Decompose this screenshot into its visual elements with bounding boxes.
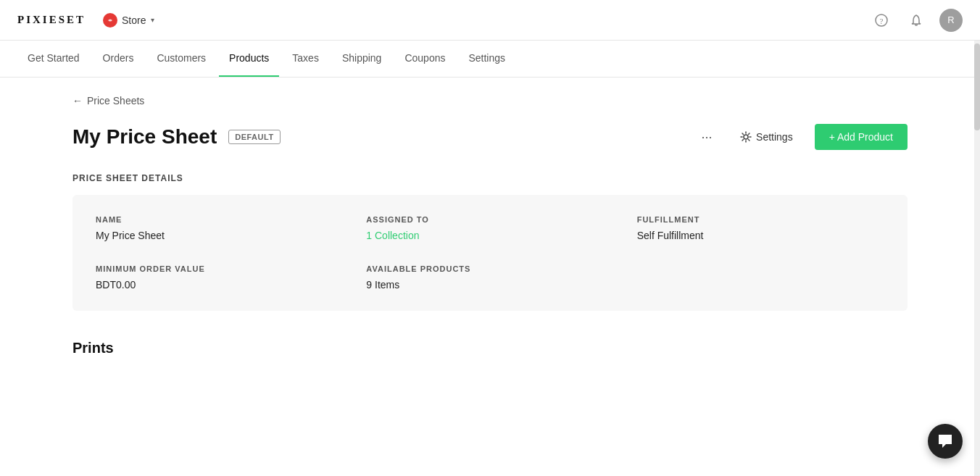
nav-item-products[interactable]: Products (219, 41, 279, 77)
page-header: My Price Sheet DEFAULT ··· Settings + Ad… (72, 124, 908, 150)
detail-min-order-value: BDT0.00 (96, 279, 343, 291)
help-button[interactable]: ? (870, 9, 893, 32)
details-grid-row2: MINIMUM ORDER VALUE BDT0.00 AVAILABLE PR… (96, 264, 884, 291)
top-bar: PIXIESET Store ▾ ? R (0, 0, 980, 41)
gear-icon (740, 131, 752, 143)
detail-available-products: AVAILABLE PRODUCTS 9 Items (366, 264, 613, 291)
main-content: ← Price Sheets My Price Sheet DEFAULT ··… (0, 78, 980, 380)
prints-title: Prints (72, 340, 908, 356)
page-header-right: ··· Settings + Add Product (695, 124, 908, 150)
notifications-button[interactable] (905, 9, 928, 32)
store-name: Store (122, 14, 146, 26)
store-icon (103, 13, 117, 28)
nav-item-coupons[interactable]: Coupons (394, 41, 455, 77)
detail-name: NAME My Price Sheet (96, 215, 343, 241)
scrollbar-thumb[interactable] (974, 43, 980, 130)
chevron-down-icon: ▾ (151, 16, 154, 24)
breadcrumb-label: Price Sheets (87, 95, 144, 107)
detail-available-label: AVAILABLE PRODUCTS (366, 264, 613, 273)
details-grid-row1: NAME My Price Sheet ASSIGNED TO 1 Collec… (96, 215, 884, 241)
top-bar-right: ? R (870, 9, 963, 32)
detail-assigned-value[interactable]: 1 Collection (366, 230, 419, 241)
nav-item-settings[interactable]: Settings (458, 41, 515, 77)
nav-item-get-started[interactable]: Get Started (17, 41, 90, 77)
price-sheet-details-section: PRICE SHEET DETAILS NAME My Price Sheet … (72, 173, 908, 311)
details-card: NAME My Price Sheet ASSIGNED TO 1 Collec… (72, 195, 908, 311)
detail-min-order-label: MINIMUM ORDER VALUE (96, 264, 343, 273)
detail-name-value: My Price Sheet (96, 230, 343, 241)
logo: PIXIESET (17, 14, 86, 26)
page-header-left: My Price Sheet DEFAULT (72, 125, 281, 149)
avatar[interactable]: R (939, 9, 963, 32)
breadcrumb[interactable]: ← Price Sheets (72, 95, 908, 107)
prints-section: Prints (72, 340, 908, 356)
settings-button[interactable]: Settings (730, 125, 803, 149)
more-options-button[interactable]: ··· (695, 125, 718, 149)
detail-assigned-to: ASSIGNED TO 1 Collection (366, 215, 613, 241)
page-title: My Price Sheet (72, 125, 217, 149)
detail-fulfillment-value: Self Fulfillment (637, 230, 884, 241)
store-selector[interactable]: Store ▾ (97, 10, 159, 30)
back-arrow-icon: ← (72, 95, 83, 107)
detail-assigned-label: ASSIGNED TO (366, 215, 613, 224)
detail-min-order: MINIMUM ORDER VALUE BDT0.00 (96, 264, 343, 291)
detail-fulfillment: FULFILLMENT Self Fulfillment (637, 215, 884, 241)
nav-item-orders[interactable]: Orders (93, 41, 144, 77)
detail-fulfillment-label: FULFILLMENT (637, 215, 884, 224)
add-product-label: + Add Product (829, 131, 893, 143)
main-nav: Get Started Orders Customers Products Ta… (0, 41, 980, 78)
detail-available-value: 9 Items (366, 279, 613, 291)
settings-button-label: Settings (756, 131, 793, 143)
top-bar-left: PIXIESET Store ▾ (17, 10, 160, 30)
add-product-button[interactable]: + Add Product (815, 124, 908, 150)
nav-item-customers[interactable]: Customers (146, 41, 216, 77)
default-badge: DEFAULT (228, 130, 280, 144)
nav-item-taxes[interactable]: Taxes (282, 41, 329, 77)
svg-point-3 (744, 135, 748, 139)
section-title: PRICE SHEET DETAILS (72, 173, 908, 183)
detail-name-label: NAME (96, 215, 343, 224)
scrollbar-track (974, 41, 980, 380)
nav-item-shipping[interactable]: Shipping (332, 41, 392, 77)
svg-text:?: ? (880, 16, 884, 25)
